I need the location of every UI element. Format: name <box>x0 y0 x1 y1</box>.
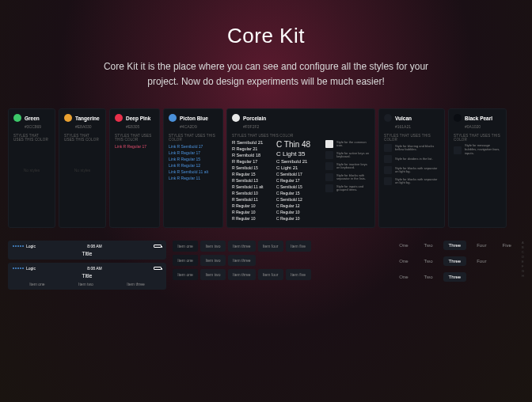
style-link[interactable]: C Regular 15 <box>276 191 321 195</box>
navbar-tab[interactable]: Item three <box>127 282 145 286</box>
segment-item[interactable]: Item four <box>258 241 283 252</box>
pill-item[interactable]: Three <box>443 241 467 250</box>
color-cards-row: Green #3CC869 STYLES THAT USES THIS COLO… <box>0 108 532 228</box>
color-card-vulcan[interactable]: Vulcan #161A21 STYLES THAT USES THIS COL… <box>378 108 445 228</box>
style-link[interactable]: R Semibold 15 <box>232 165 272 170</box>
icon-style-row[interactable]: Style for inactive keys on keyboard. <box>325 162 370 170</box>
index-letter[interactable]: E <box>522 260 524 264</box>
style-link[interactable]: C Semibold 15 <box>276 184 321 189</box>
style-link[interactable]: Link R Semibold 11 alt <box>169 169 218 174</box>
style-link[interactable]: R Regular 17 <box>232 159 272 164</box>
pill-item[interactable]: Three <box>443 272 467 282</box>
color-card-pink[interactable]: Deep Pink #E8305 STYLES THAT USES THIS C… <box>109 108 160 228</box>
navbar-preview-2[interactable]: Logic 8:08 AM Title Item oneItem twoItem… <box>8 263 166 290</box>
style-link[interactable]: R Semibold 21 <box>232 140 272 145</box>
color-card-pearl[interactable]: Black Pearl #0A1020 STYLES THAT USES THI… <box>448 108 507 228</box>
segment-item[interactable]: Item three <box>228 241 256 252</box>
style-link[interactable]: R Regular 21 <box>232 146 272 151</box>
color-hex: #F0F2F2 <box>243 124 370 129</box>
color-hex: #0A1020 <box>465 124 501 129</box>
style-desc: Style for blocks with separator on light… <box>395 167 439 175</box>
segment-item[interactable]: Item one <box>173 269 198 280</box>
navbar-tab[interactable]: Item one <box>29 282 44 286</box>
color-swatch <box>384 114 392 122</box>
style-link[interactable]: Link R Regular 12 <box>169 163 218 168</box>
icon-style-row[interactable]: Style for blurring and blocks bellow bub… <box>384 144 439 152</box>
navbar-tab[interactable]: Item two <box>78 282 93 286</box>
segment-item[interactable]: Item one <box>173 241 198 252</box>
index-letter[interactable]: F <box>522 264 524 268</box>
style-link[interactable]: C Semibold 17 <box>276 172 321 176</box>
segment-item[interactable]: Item three <box>228 255 256 266</box>
section-label: STYLES THAT USES THIS COLOR <box>232 134 370 138</box>
section-label: STYLES THAT USES THIS COLOR <box>64 134 101 142</box>
pill-item[interactable]: One <box>393 241 413 250</box>
color-card-porcelain[interactable]: Porcelain #F0F2F2 STYLES THAT USES THIS … <box>226 108 375 228</box>
style-link[interactable]: Link R Semibold 17 <box>169 144 218 149</box>
icon-style-row[interactable]: Style for active keys on keyboard. <box>325 151 370 159</box>
color-card-tangerine[interactable]: Tangerine #E8A030 STYLES THAT USES THIS … <box>59 108 106 228</box>
section-label: STYLES THAT USES THIS COLOR <box>13 134 50 142</box>
style-link[interactable]: C Thin 48 <box>276 140 321 149</box>
segment-item[interactable]: Item one <box>173 255 198 266</box>
index-letter[interactable]: C <box>522 250 524 254</box>
style-link[interactable]: C Regular 10 <box>276 216 321 221</box>
icon-style-row[interactable]: Style for message bubbles, navigation ba… <box>454 144 501 155</box>
style-link[interactable]: Link R Regular 17 <box>169 150 218 155</box>
style-link[interactable]: R Semibold 10 <box>232 191 272 195</box>
style-icon <box>325 162 333 170</box>
style-link[interactable]: R Regular 10 <box>232 203 272 208</box>
time-label: 8:08 AM <box>87 244 101 248</box>
pill-item[interactable]: Five <box>497 241 517 250</box>
style-link[interactable]: Link R Regular 15 <box>169 157 218 161</box>
color-card-picton[interactable]: Picton Blue #4CA2D9 STYLES THAT USES THI… <box>163 108 223 228</box>
icon-style-row[interactable]: Style for inputs and grouped items. <box>325 184 370 192</box>
icon-style-row[interactable]: Style for blocks with separator in the l… <box>325 173 370 181</box>
style-link[interactable]: C Light 21 <box>276 165 321 170</box>
color-name: Green <box>25 116 40 121</box>
pill-item[interactable]: Four <box>471 256 492 266</box>
pill-item[interactable]: Two <box>418 272 438 282</box>
index-letter[interactable]: G <box>522 269 524 273</box>
style-link[interactable]: R Semibold 18 <box>232 153 272 157</box>
style-link[interactable]: R Semibold 13 <box>232 178 272 183</box>
segment-item[interactable]: Item two <box>200 241 226 252</box>
segment-item[interactable]: Item four <box>258 269 283 280</box>
index-letter[interactable]: A <box>522 241 524 245</box>
style-link[interactable]: C Regular 17 <box>276 178 321 183</box>
pill-item[interactable]: One <box>393 256 413 266</box>
pill-item[interactable]: Two <box>418 256 438 266</box>
style-link[interactable]: R Regular 10 <box>232 216 272 221</box>
icon-style-row[interactable]: Style for dividers in the list. <box>384 155 439 163</box>
segment-item[interactable]: Item five <box>286 241 311 252</box>
style-link[interactable]: C Semibold 21 <box>276 159 321 164</box>
icon-style-row[interactable]: Style for blocks with separator on light… <box>384 166 439 174</box>
pill-item[interactable]: Four <box>471 241 492 250</box>
style-link[interactable]: C Semibold 12 <box>276 197 321 202</box>
style-link[interactable]: Link R Regular 17 <box>115 144 154 149</box>
style-link[interactable]: R Semibold 11 <box>232 197 272 202</box>
index-letter[interactable]: D <box>522 255 524 259</box>
index-letter[interactable]: H <box>522 274 524 278</box>
style-link[interactable]: R Regular 10 <box>232 210 272 214</box>
style-link[interactable]: R Regular 15 <box>232 172 272 176</box>
no-styles-text: No styles <box>13 144 50 196</box>
style-link[interactable]: R Semibold 11 alt <box>232 184 272 189</box>
pill-item[interactable]: One <box>393 272 413 282</box>
navbar-preview-1[interactable]: Logic 8:08 AM Title <box>8 241 166 260</box>
icon-style-row[interactable]: Style for blocks with separator on light… <box>384 177 439 185</box>
pill-item[interactable]: Two <box>418 241 438 250</box>
style-link[interactable]: C Regular 10 <box>276 210 321 214</box>
battery-icon <box>154 267 162 270</box>
segment-item[interactable]: Item two <box>200 255 226 266</box>
segment-item[interactable]: Item three <box>228 269 256 280</box>
segment-item[interactable]: Item two <box>200 269 226 280</box>
icon-style-row[interactable]: Style for the common icon. <box>325 140 370 148</box>
style-link[interactable]: C Light 35 <box>276 150 321 157</box>
style-link[interactable]: Link R Regular 11 <box>169 176 218 180</box>
style-link[interactable]: C Regular 12 <box>276 203 321 208</box>
pill-item[interactable]: Three <box>443 256 467 266</box>
index-letter[interactable]: B <box>522 245 524 249</box>
color-card-green[interactable]: Green #3CC869 STYLES THAT USES THIS COLO… <box>8 108 55 228</box>
segment-item[interactable]: Item five <box>286 269 311 280</box>
